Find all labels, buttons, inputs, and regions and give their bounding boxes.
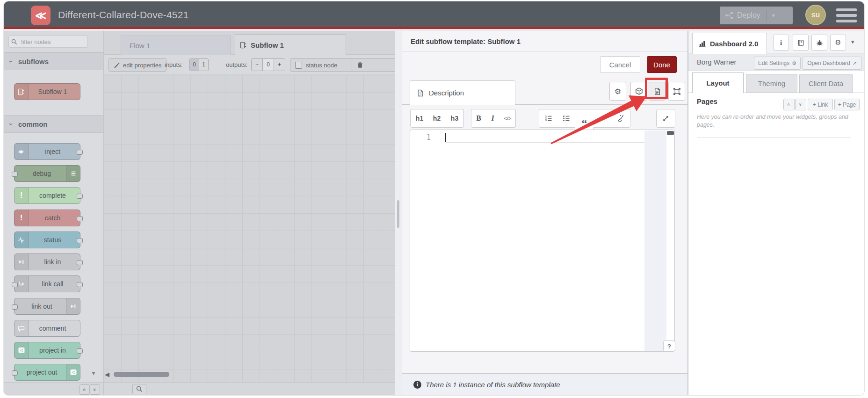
delete-subflow-button[interactable] xyxy=(352,58,395,72)
output-port[interactable] xyxy=(77,238,83,243)
output-port[interactable] xyxy=(77,216,83,221)
md-code-button[interactable]: </> xyxy=(500,109,516,128)
help-panel-button[interactable] xyxy=(793,35,809,51)
main-menu-button[interactable] xyxy=(836,8,857,22)
palette-node-catch[interactable]: ! catch xyxy=(14,210,80,226)
output-port[interactable] xyxy=(77,150,83,155)
appearance-button[interactable] xyxy=(668,82,685,101)
text-cursor xyxy=(445,133,446,142)
tab-client-data[interactable]: Client Data xyxy=(799,74,853,93)
deploy-button[interactable]: Deploy ▾ xyxy=(720,7,793,24)
editor-help-button[interactable]: ? xyxy=(663,340,675,352)
add-link-button[interactable]: + Link xyxy=(808,99,833,110)
md-italic-button[interactable]: I xyxy=(485,109,500,128)
horizontal-scrollbar[interactable] xyxy=(114,372,169,377)
tab-layout[interactable]: Layout xyxy=(692,72,744,93)
palette-section-common[interactable]: › common xyxy=(4,115,103,133)
inputs-toggle[interactable]: 0 1 xyxy=(189,58,209,71)
palette-node-complete[interactable]: ! complete xyxy=(14,187,80,204)
hscroll-left-icon[interactable]: ◀ xyxy=(105,371,109,378)
tab-flow-1[interactable]: Flow 1 xyxy=(121,36,231,55)
palette-node-project-out[interactable]: < project out xyxy=(14,364,80,381)
md-quote-button[interactable]: “ xyxy=(575,109,594,132)
cancel-button[interactable]: Cancel xyxy=(600,56,640,73)
palette-node-inject[interactable]: inject xyxy=(14,143,80,160)
input-port[interactable] xyxy=(12,282,18,287)
palette-node-status[interactable]: status xyxy=(14,232,80,248)
trash-icon xyxy=(357,62,363,68)
input-port[interactable] xyxy=(12,172,18,177)
deploy-caret-icon[interactable]: ▾ xyxy=(767,12,781,19)
palette-node-link-in[interactable]: link in xyxy=(14,253,80,270)
output-port[interactable] xyxy=(77,194,83,199)
outputs-value: 0 xyxy=(262,59,274,71)
instance-count-text: There is 1 instance of this subflow temp… xyxy=(426,381,560,389)
input-port[interactable] xyxy=(12,370,18,376)
tab-subflow-1[interactable]: Subflow 1 xyxy=(235,34,346,55)
move-up-button[interactable]: « xyxy=(783,99,795,110)
status-icon xyxy=(14,232,29,248)
md-link-button[interactable] xyxy=(612,109,630,128)
palette-node-label: status xyxy=(28,232,77,248)
inputs-option-0[interactable]: 0 xyxy=(190,59,199,71)
md-ordered-list-button[interactable]: 123 xyxy=(539,109,558,128)
md-bold-button[interactable]: B xyxy=(471,109,486,128)
md-unordered-list-button[interactable] xyxy=(557,109,576,128)
expand-all-button[interactable]: » xyxy=(90,384,100,395)
output-port[interactable] xyxy=(77,260,83,265)
palette-node-subflow-1[interactable]: Subflow 1 xyxy=(14,83,80,100)
edit-settings-button[interactable]: Edit Settings ⚙ xyxy=(754,57,801,70)
filter-nodes-input[interactable] xyxy=(8,36,88,48)
palette-node-link-out[interactable]: link out xyxy=(14,298,80,315)
md-expand-button[interactable] xyxy=(656,109,675,128)
palette-node-label: debug xyxy=(17,166,66,181)
open-dashboard-button[interactable]: Open Dashboard ↗ xyxy=(803,57,861,70)
checkbox-icon[interactable] xyxy=(295,62,302,69)
md-h2-button[interactable]: h2 xyxy=(428,109,446,128)
palette-node-label: inject xyxy=(28,144,77,159)
edit-settings-label: Edit Settings xyxy=(758,60,789,66)
input-port[interactable] xyxy=(12,304,18,310)
palette-node-project-in[interactable]: < project in xyxy=(14,342,80,359)
palette-scroll-down-icon[interactable]: ▼ xyxy=(91,370,96,376)
edit-properties-button[interactable]: edit properties xyxy=(108,58,166,72)
move-down-button[interactable]: » xyxy=(795,99,806,110)
outputs-minus-button[interactable]: − xyxy=(252,59,262,71)
palette-section-subflows[interactable]: › subflows xyxy=(4,52,103,70)
subflow-properties-button[interactable]: ⚙ xyxy=(609,82,626,101)
inputs-option-1[interactable]: 1 xyxy=(199,59,208,71)
md-h3-button[interactable]: h3 xyxy=(446,109,464,128)
divider xyxy=(697,137,851,137)
outputs-stepper[interactable]: − 0 + xyxy=(251,58,285,71)
user-avatar[interactable]: su xyxy=(805,5,826,25)
outputs-plus-button[interactable]: + xyxy=(274,59,285,71)
debug-panel-button[interactable] xyxy=(811,35,827,51)
status-node-checkbox[interactable]: status node xyxy=(290,58,359,72)
palette-node-comment[interactable]: comment xyxy=(14,320,80,337)
description-editor[interactable]: 1 xyxy=(410,130,675,352)
sidebar-menu-caret-icon[interactable]: ▾ xyxy=(851,38,854,45)
palette-node-link-call[interactable]: link call xyxy=(14,275,80,292)
tab-dashboard-2[interactable]: Dashboard 2.0 xyxy=(692,33,767,54)
tab-label: Client Data xyxy=(809,80,843,87)
tab-theming[interactable]: Theming xyxy=(746,74,797,93)
flow-canvas-grid[interactable] xyxy=(104,75,395,382)
editor-scrollbar-thumb[interactable] xyxy=(667,131,674,135)
tab-label: Layout xyxy=(706,79,729,87)
vertical-scrollbar[interactable] xyxy=(397,200,399,228)
done-button[interactable]: Done xyxy=(647,56,677,73)
tab-description[interactable]: Description xyxy=(410,80,515,105)
md-hr-button[interactable]: — xyxy=(593,109,612,128)
md-h1-button[interactable]: h1 xyxy=(410,109,429,128)
info-icon: i xyxy=(413,381,421,389)
info-panel-button[interactable]: i xyxy=(773,35,789,51)
add-page-button[interactable]: + Page xyxy=(834,99,860,110)
link-in-icon xyxy=(14,254,29,270)
output-port[interactable] xyxy=(77,348,83,354)
search-flows-button[interactable] xyxy=(132,384,146,394)
palette-node-debug[interactable]: debug xyxy=(14,165,80,182)
config-nodes-button[interactable]: ⚙ xyxy=(830,35,846,51)
workspace-canvas-area: Flow 1 Subflow 1 edit properties inputs:… xyxy=(104,31,395,395)
collapse-all-button[interactable]: « xyxy=(80,384,90,395)
output-port[interactable] xyxy=(77,282,83,287)
